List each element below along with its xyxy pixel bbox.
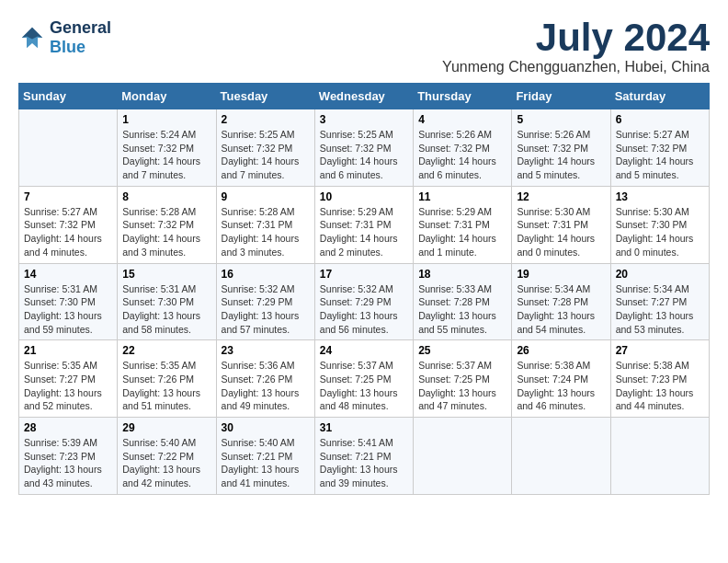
sunset-text: Sunset: 7:26 PM	[122, 373, 194, 385]
sunset-text: Sunset: 7:32 PM	[222, 143, 293, 154]
sunrise-text: Sunrise: 5:36 AM	[222, 360, 295, 371]
sunrise-text: Sunrise: 5:40 AM	[222, 437, 295, 448]
day-number: 12	[517, 190, 605, 203]
sunrise-text: Sunrise: 5:31 AM	[122, 283, 196, 294]
sunset-text: Sunset: 7:25 PM	[418, 373, 490, 385]
day-number: 26	[517, 344, 605, 357]
sunrise-text: Sunrise: 5:41 AM	[320, 437, 393, 448]
day-info: Sunrise: 5:30 AM Sunset: 7:30 PM Dayligh…	[616, 205, 704, 259]
calendar-day-cell: 29 Sunrise: 5:40 AM Sunset: 7:22 PM Dayl…	[118, 418, 216, 495]
day-info: Sunrise: 5:37 AM Sunset: 7:25 PM Dayligh…	[418, 359, 506, 413]
day-number: 1	[122, 113, 210, 126]
daylight-text: Daylight: 14 hours and 7 minutes.	[122, 155, 200, 180]
calendar-day-cell: 15 Sunrise: 5:31 AM Sunset: 7:30 PM Dayl…	[118, 263, 216, 340]
day-info: Sunrise: 5:28 AM Sunset: 7:31 PM Dayligh…	[222, 205, 310, 259]
sunrise-text: Sunrise: 5:33 AM	[418, 283, 492, 294]
logo-text: General Blue	[50, 18, 111, 57]
month-title: July 2024	[442, 18, 710, 57]
calendar-day-cell	[19, 109, 118, 187]
sunset-text: Sunset: 7:28 PM	[418, 296, 490, 307]
day-number: 4	[418, 113, 506, 126]
daylight-text: Daylight: 13 hours and 59 minutes.	[24, 310, 102, 335]
calendar-day-cell: 11 Sunrise: 5:29 AM Sunset: 7:31 PM Dayl…	[414, 186, 512, 263]
day-number: 19	[517, 268, 605, 281]
day-info: Sunrise: 5:29 AM Sunset: 7:31 PM Dayligh…	[320, 205, 408, 259]
sunset-text: Sunset: 7:27 PM	[616, 296, 688, 307]
sunset-text: Sunset: 7:30 PM	[24, 296, 96, 307]
day-info: Sunrise: 5:41 AM Sunset: 7:21 PM Dayligh…	[320, 436, 408, 490]
calendar-header: SundayMondayTuesdayWednesdayThursdayFrid…	[19, 84, 710, 109]
sunrise-text: Sunrise: 5:30 AM	[517, 206, 590, 217]
calendar-day-cell: 17 Sunrise: 5:32 AM Sunset: 7:29 PM Dayl…	[314, 263, 413, 340]
day-number: 30	[222, 421, 310, 434]
daylight-text: Daylight: 14 hours and 4 minutes.	[24, 233, 102, 258]
sunset-text: Sunset: 7:32 PM	[122, 219, 194, 230]
weekday-header: Tuesday	[216, 84, 314, 109]
sunrise-text: Sunrise: 5:32 AM	[320, 283, 393, 294]
sunrise-text: Sunrise: 5:24 AM	[122, 129, 196, 140]
day-number: 8	[122, 190, 210, 203]
sunrise-text: Sunrise: 5:35 AM	[24, 360, 97, 371]
sunset-text: Sunset: 7:24 PM	[517, 373, 588, 385]
calendar-day-cell	[610, 418, 709, 495]
daylight-text: Daylight: 14 hours and 6 minutes.	[320, 155, 398, 180]
sunset-text: Sunset: 7:27 PM	[24, 373, 96, 385]
sunrise-text: Sunrise: 5:34 AM	[616, 283, 689, 294]
calendar-day-cell: 7 Sunrise: 5:27 AM Sunset: 7:32 PM Dayli…	[19, 186, 118, 263]
calendar-day-cell: 18 Sunrise: 5:33 AM Sunset: 7:28 PM Dayl…	[414, 263, 512, 340]
day-number: 5	[517, 113, 605, 126]
day-info: Sunrise: 5:34 AM Sunset: 7:28 PM Dayligh…	[517, 282, 605, 337]
daylight-text: Daylight: 14 hours and 0 minutes.	[616, 233, 694, 258]
daylight-text: Daylight: 13 hours and 51 minutes.	[122, 387, 200, 412]
calendar-week-row: 14 Sunrise: 5:31 AM Sunset: 7:30 PM Dayl…	[19, 263, 710, 340]
weekday-header: Friday	[512, 84, 610, 109]
day-number: 24	[320, 344, 408, 357]
calendar-day-cell: 20 Sunrise: 5:34 AM Sunset: 7:27 PM Dayl…	[610, 263, 709, 340]
sunset-text: Sunset: 7:32 PM	[320, 143, 392, 154]
day-number: 18	[418, 268, 506, 281]
daylight-text: Daylight: 14 hours and 3 minutes.	[122, 233, 200, 258]
weekday-header: Wednesday	[314, 84, 413, 109]
weekday-header: Thursday	[414, 84, 512, 109]
day-number: 16	[222, 268, 310, 281]
day-info: Sunrise: 5:37 AM Sunset: 7:25 PM Dayligh…	[320, 359, 408, 413]
day-info: Sunrise: 5:27 AM Sunset: 7:32 PM Dayligh…	[616, 128, 704, 182]
sunset-text: Sunset: 7:21 PM	[320, 451, 392, 462]
weekday-header: Sunday	[19, 84, 118, 109]
day-number: 21	[24, 344, 112, 357]
sunrise-text: Sunrise: 5:40 AM	[122, 437, 196, 448]
sunset-text: Sunset: 7:31 PM	[320, 219, 392, 230]
daylight-text: Daylight: 14 hours and 3 minutes.	[222, 233, 300, 258]
daylight-text: Daylight: 13 hours and 42 minutes.	[122, 464, 200, 488]
location-text: Yunmeng Chengguanzhen, Hubei, China	[442, 59, 710, 75]
day-info: Sunrise: 5:25 AM Sunset: 7:32 PM Dayligh…	[222, 128, 310, 182]
sunrise-text: Sunrise: 5:28 AM	[222, 206, 295, 217]
sunset-text: Sunset: 7:26 PM	[222, 373, 293, 385]
day-info: Sunrise: 5:30 AM Sunset: 7:31 PM Dayligh…	[517, 205, 605, 259]
sunset-text: Sunset: 7:32 PM	[418, 143, 490, 154]
calendar-day-cell: 3 Sunrise: 5:25 AM Sunset: 7:32 PM Dayli…	[314, 109, 413, 187]
day-info: Sunrise: 5:32 AM Sunset: 7:29 PM Dayligh…	[222, 282, 310, 337]
sunrise-text: Sunrise: 5:35 AM	[122, 360, 196, 371]
calendar-week-row: 28 Sunrise: 5:39 AM Sunset: 7:23 PM Dayl…	[19, 418, 710, 495]
calendar-day-cell: 26 Sunrise: 5:38 AM Sunset: 7:24 PM Dayl…	[512, 340, 610, 418]
day-info: Sunrise: 5:24 AM Sunset: 7:32 PM Dayligh…	[122, 128, 210, 182]
calendar-day-cell: 24 Sunrise: 5:37 AM Sunset: 7:25 PM Dayl…	[314, 340, 413, 418]
sunset-text: Sunset: 7:21 PM	[222, 451, 293, 462]
day-info: Sunrise: 5:32 AM Sunset: 7:29 PM Dayligh…	[320, 282, 408, 337]
calendar-day-cell: 9 Sunrise: 5:28 AM Sunset: 7:31 PM Dayli…	[216, 186, 314, 263]
day-number: 23	[222, 344, 310, 357]
calendar-day-cell: 27 Sunrise: 5:38 AM Sunset: 7:23 PM Dayl…	[610, 340, 709, 418]
day-number: 13	[616, 190, 704, 203]
sunset-text: Sunset: 7:31 PM	[222, 219, 293, 230]
sunrise-text: Sunrise: 5:29 AM	[320, 206, 393, 217]
sunrise-text: Sunrise: 5:25 AM	[222, 129, 295, 140]
daylight-text: Daylight: 14 hours and 5 minutes.	[616, 155, 694, 180]
day-info: Sunrise: 5:36 AM Sunset: 7:26 PM Dayligh…	[222, 359, 310, 413]
sunrise-text: Sunrise: 5:32 AM	[222, 283, 295, 294]
daylight-text: Daylight: 13 hours and 49 minutes.	[222, 387, 300, 412]
sunrise-text: Sunrise: 5:27 AM	[616, 129, 689, 140]
day-info: Sunrise: 5:35 AM Sunset: 7:26 PM Dayligh…	[122, 359, 210, 413]
sunset-text: Sunset: 7:32 PM	[616, 143, 688, 154]
calendar-day-cell: 13 Sunrise: 5:30 AM Sunset: 7:30 PM Dayl…	[610, 186, 709, 263]
